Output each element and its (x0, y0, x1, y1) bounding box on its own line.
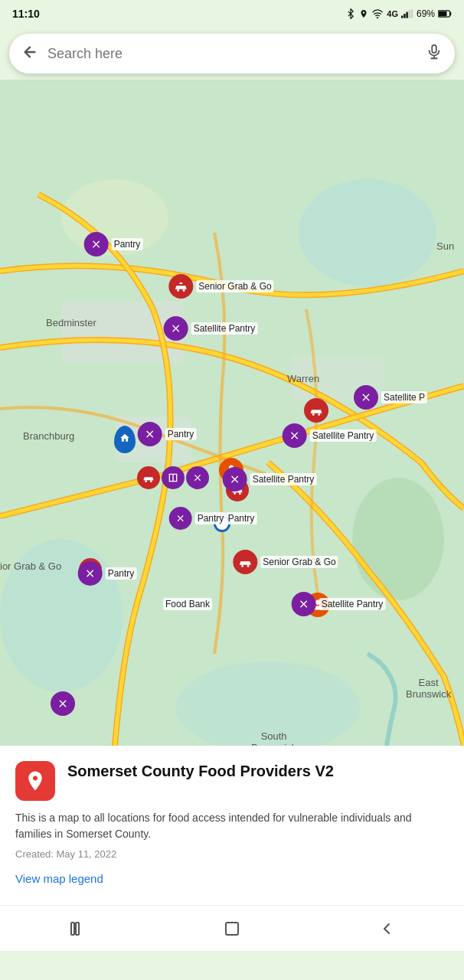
bottom-card: Somerset County Food Providers V2 This i… (0, 746, 464, 905)
pin-food-bank[interactable]: Food Bank (163, 598, 212, 610)
svg-rect-3 (406, 12, 407, 18)
svg-point-13 (352, 478, 444, 600)
pin-label-satellite-4: Satellite Pantry (250, 473, 317, 485)
battery-icon (438, 9, 452, 18)
recent-apps-icon (68, 920, 87, 938)
svg-rect-22 (226, 923, 238, 935)
pin-pantry-bottom-left[interactable] (51, 691, 75, 716)
pin-satellite-pantry-2[interactable]: Satellite P (354, 385, 427, 410)
map-title: Somerset County Food Providers V2 (67, 761, 334, 781)
home-button[interactable] (209, 913, 255, 944)
location-pin-icon (24, 769, 47, 792)
status-bar: 11:10 4G 69% (0, 0, 464, 28)
map-background (0, 80, 464, 746)
svg-rect-7 (439, 11, 447, 17)
pin-car-warren[interactable] (304, 398, 328, 423)
search-bar-container (0, 28, 464, 80)
back-button[interactable] (364, 913, 410, 944)
svg-rect-20 (71, 923, 74, 935)
pin-satellite-pantry-3[interactable]: Satellite Pantry (283, 423, 377, 448)
bottom-card-header: Somerset County Food Providers V2 (15, 761, 449, 801)
search-bar[interactable] (9, 34, 455, 74)
pin-label-satellite-2: Satellite P (381, 391, 427, 403)
pin-label-pantry-1: Pantry (112, 238, 143, 250)
bluetooth-icon (345, 8, 356, 19)
pin-pantry-cluster[interactable] (186, 466, 209, 489)
pin-pantry-1[interactable]: Pantry (84, 232, 143, 256)
svg-point-12 (299, 179, 436, 286)
map-area[interactable]: Bedminster Branchburg Warren EastBrunswi… (0, 80, 464, 746)
pin-pantry-label-2: Pantry (226, 512, 257, 524)
map-description: This is a map to all locations for food … (15, 810, 449, 842)
svg-rect-1 (401, 15, 403, 18)
map-icon-badge (15, 761, 55, 801)
bottom-card-content: Somerset County Food Providers V2 (67, 761, 334, 787)
pin-satellite-pantry-1[interactable]: Satellite Pantry (164, 316, 258, 341)
pin-label-satellite-1: Satellite Pantry (191, 322, 258, 335)
back-nav-icon (377, 920, 396, 938)
pin-pantry-lower-1[interactable]: Pantry (169, 507, 227, 530)
created-label: Created: (15, 848, 56, 860)
home-nav-icon (223, 920, 241, 938)
pin-car-2[interactable] (137, 466, 160, 489)
pin-senior-grab-go-2[interactable]: Senior Grab & Go (233, 550, 338, 574)
recent-apps-button[interactable] (54, 913, 100, 944)
pin-satellite-pantry-4[interactable]: Satellite Pantry (223, 467, 317, 492)
created-date-value: May 11, 2022 (56, 848, 116, 860)
bottom-nav-bar (0, 905, 464, 951)
status-icons: 4G 69% (345, 8, 452, 19)
view-legend-button[interactable]: View map legend (15, 872, 449, 885)
pin-satellite-pantry-5[interactable]: Satellite Pantry (292, 592, 386, 616)
location-icon (359, 8, 368, 19)
pin-label-senior-1: Senior Grab & Go (196, 280, 273, 292)
pin-label-pantry-2: Pantry (165, 428, 197, 440)
pin-label-pantry-left: Pantry (106, 567, 137, 580)
network-label: 4G (387, 9, 398, 18)
wifi-icon (371, 9, 384, 18)
pin-label-pantry-lower: Pantry (195, 512, 227, 524)
svg-rect-4 (409, 10, 410, 18)
pin-senior-grab-go-1[interactable]: Senior Grab & Go (168, 274, 273, 299)
svg-rect-5 (411, 9, 413, 18)
pin-building[interactable] (162, 466, 185, 489)
map-created-date: Created: May 11, 2022 (15, 848, 449, 860)
pin-home-branchburg[interactable] (114, 426, 136, 453)
search-input[interactable] (47, 46, 426, 62)
pin-pantry-lower-left[interactable]: Pantry (78, 561, 137, 586)
svg-rect-21 (76, 923, 79, 935)
pin-label-pantry-right: Pantry (226, 512, 257, 524)
pin-label-satellite-3: Satellite Pantry (310, 430, 377, 442)
svg-point-0 (377, 18, 378, 18)
svg-rect-2 (404, 14, 405, 18)
microphone-icon[interactable] (426, 44, 443, 64)
battery-percent: 69% (417, 8, 435, 19)
back-arrow-icon[interactable] (21, 44, 38, 64)
svg-rect-8 (432, 44, 436, 52)
status-time: 11:10 (12, 8, 40, 20)
pin-label-food-bank: Food Bank (163, 598, 212, 610)
pin-label-satellite-5: Satellite Pantry (319, 598, 386, 610)
signal-icon (401, 9, 413, 18)
pin-pantry-2[interactable]: Pantry (138, 422, 197, 446)
pin-label-senior-2: Senior Grab & Go (260, 556, 338, 568)
